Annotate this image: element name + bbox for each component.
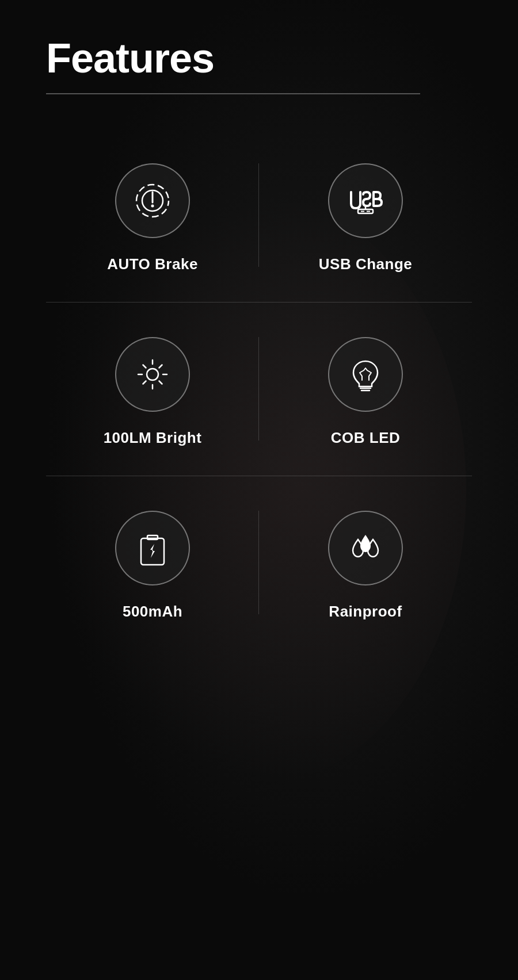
feature-cob-led: COB LED — [259, 303, 472, 476]
rainproof-icon — [345, 528, 386, 568]
svg-rect-19 — [141, 538, 164, 565]
battery-icon-circle — [115, 511, 190, 585]
auto-brake-label: AUTO Brake — [107, 255, 198, 273]
svg-line-14 — [159, 381, 162, 384]
brightness-icon-circle — [115, 337, 190, 412]
bulb-icon — [345, 354, 386, 395]
cob-led-label: COB LED — [331, 429, 401, 447]
feature-usb-charge: USB Change — [259, 129, 472, 303]
svg-rect-20 — [147, 535, 158, 539]
rainproof-label: Rainproof — [329, 603, 402, 621]
svg-point-3 — [151, 204, 154, 207]
brightness-icon — [132, 354, 173, 395]
svg-point-8 — [147, 369, 158, 380]
features-grid: AUTO Brake USB — [46, 129, 472, 649]
battery-label: 500mAh — [123, 603, 182, 621]
usb-icon — [345, 181, 386, 221]
feature-rainproof: Rainproof — [259, 476, 472, 649]
title-divider — [46, 93, 420, 94]
cob-led-icon-circle — [328, 337, 403, 412]
page-title: Features — [46, 35, 472, 82]
usb-icon-circle — [328, 163, 403, 238]
svg-rect-4 — [358, 209, 373, 213]
auto-brake-icon — [132, 181, 173, 221]
svg-line-13 — [143, 365, 146, 368]
feature-auto-brake: AUTO Brake — [46, 129, 259, 303]
brightness-label: 100LM Bright — [104, 429, 202, 447]
feature-brightness: 100LM Bright — [46, 303, 259, 476]
auto-brake-icon-circle — [115, 163, 190, 238]
feature-battery: 500mAh — [46, 476, 259, 649]
svg-line-16 — [143, 381, 146, 384]
rainproof-icon-circle — [328, 511, 403, 585]
battery-icon — [132, 528, 173, 568]
usb-charge-label: USB Change — [319, 255, 412, 273]
svg-line-15 — [159, 365, 162, 368]
